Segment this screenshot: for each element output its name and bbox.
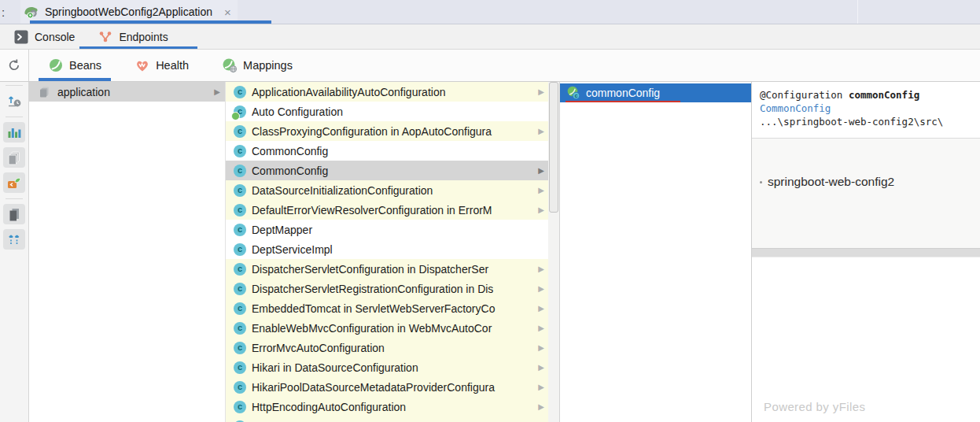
- chevron-right-icon: ▶: [538, 324, 544, 332]
- dependency-graph: Powered by yFiles: [752, 257, 980, 422]
- update-running-application-button[interactable]: [3, 91, 25, 111]
- bean-list-item[interactable]: c DispatcherServletConfiguration in Disp…: [226, 259, 548, 279]
- graph-edge-dot: [760, 181, 762, 183]
- bean-label: ApplicationAvailabilityAutoConfiguration: [252, 86, 456, 98]
- bar-chart-button[interactable]: [3, 122, 25, 143]
- chevron-right-icon: ▶: [214, 87, 220, 96]
- selected-bean-panel: c commonConfig: [560, 82, 751, 422]
- bean-list-item[interactable]: c EmbeddedTomcat in ServletWebServerFact…: [226, 298, 548, 318]
- bean-list: c ApplicationAvailabilityAutoConfigurati…: [226, 82, 548, 422]
- context-tree-panel: application ▶: [29, 82, 226, 422]
- layers-button[interactable]: [3, 147, 25, 168]
- bean-label: DataSourceInitializationConfiguration: [252, 184, 444, 197]
- config-class-icon: c: [234, 263, 246, 276]
- bean-details-panel: @Configuration commonConfig CommonConfig…: [751, 82, 980, 422]
- config-class-icon: c: [234, 283, 246, 295]
- config-class-icon: c: [234, 342, 246, 354]
- bean-list-item[interactable]: c Hikari in DataSourceConfiguration ▶: [226, 357, 548, 377]
- bean-list-item[interactable]: c DispatcherServletRegistrationConfigura…: [226, 279, 548, 298]
- scrollbar-thumb[interactable]: [549, 82, 558, 213]
- bean-label: HttpEncodingAutoConfiguration: [252, 401, 417, 413]
- source-path: ...\springboot-web-config2\src\: [760, 115, 980, 128]
- spring-boot-run-icon: [24, 4, 39, 20]
- svg-text:c: c: [574, 92, 577, 99]
- console-icon: [14, 30, 28, 44]
- bean-list-item[interactable]: c: [226, 416, 548, 422]
- bean-list-item[interactable]: c DataSourceInitializationConfiguration …: [226, 180, 548, 200]
- bean-list-item[interactable]: c HikariPoolDataSourceMetadataProviderCo…: [226, 377, 548, 397]
- tab-health[interactable]: Health: [124, 50, 199, 81]
- expand-arrows-button[interactable]: [3, 229, 25, 250]
- close-icon[interactable]: ×: [224, 6, 231, 19]
- bean-label: DeptMapper: [252, 224, 323, 236]
- bean-label: DefaultErrorViewResolverConfiguration in…: [252, 204, 503, 217]
- bean-label: DispatcherServletConfiguration in Dispat…: [252, 263, 499, 276]
- tree-root-row[interactable]: application ▶: [29, 82, 225, 102]
- graph-node[interactable]: springboot-web-config2: [760, 175, 894, 189]
- bean-list-item[interactable]: c ClassProxyingConfiguration in AopAutoC…: [226, 121, 548, 141]
- bean-graph: springboot-web-config2: [752, 139, 980, 248]
- bean-list-item[interactable]: c DefaultErrorViewResolverConfiguration …: [226, 200, 548, 220]
- bar-chart-icon: [6, 124, 22, 140]
- console-tab[interactable]: Console: [14, 24, 75, 49]
- active-tab-underline: [30, 20, 271, 24]
- bean-list-scrollbar: [548, 82, 560, 422]
- endpoints-tab-label: Endpoints: [119, 31, 168, 43]
- view-tabs: Beans Health Mappings: [38, 50, 303, 81]
- annotation-text: @Configuration: [760, 89, 842, 101]
- error-underline: [566, 101, 680, 102]
- bean-list-item[interactable]: c DeptMapper: [226, 220, 548, 239]
- bean-list-item[interactable]: c DeptServiceImpl: [226, 239, 548, 259]
- class-link[interactable]: CommonConfig: [760, 102, 980, 115]
- leaf-overlay-icon: [231, 112, 240, 120]
- selected-bean-row[interactable]: c commonConfig: [560, 83, 751, 102]
- bean-details: @Configuration commonConfig CommonConfig…: [752, 82, 980, 139]
- config-class-icon: c: [234, 145, 246, 157]
- endpoints-icon: [98, 30, 112, 44]
- bean-list-item[interactable]: c ApplicationAvailabilityAutoConfigurati…: [226, 82, 548, 102]
- document-icon: [6, 206, 22, 222]
- bean-label: HikariPoolDataSourceMetadataProviderConf…: [252, 381, 506, 394]
- bean-name: commonConfig: [849, 89, 919, 101]
- tab-beans[interactable]: Beans: [38, 50, 112, 81]
- selected-bean-label: commonConfig: [586, 87, 660, 99]
- tab-mappings[interactable]: Mappings: [212, 50, 303, 81]
- config-class-icon: c: [234, 302, 246, 315]
- toolbar-separator: [6, 117, 23, 117]
- config-class-icon: c: [234, 381, 246, 394]
- chevron-right-icon: ▶: [538, 205, 544, 214]
- chevron-right-icon: ▶: [538, 265, 544, 273]
- refresh-button[interactable]: [0, 50, 29, 81]
- refresh-icon: [7, 58, 21, 72]
- config-class-icon: c: [234, 401, 246, 413]
- bean-label: CommonConfig: [252, 165, 339, 177]
- console-tab-label: Console: [35, 31, 75, 43]
- spring-config-button[interactable]: [3, 172, 25, 193]
- document-button[interactable]: [3, 204, 25, 224]
- horizontal-splitter[interactable]: [752, 248, 980, 257]
- bean-label: EnableWebMvcConfiguration in WebMvcAutoC…: [252, 322, 503, 335]
- bean-list-item[interactable]: c Auto Configuration: [226, 102, 548, 121]
- bean-label: Auto Configuration: [252, 106, 354, 118]
- tab-bar-divider: [857, 0, 858, 24]
- toolbar-separator: [6, 198, 23, 199]
- bean-list-item[interactable]: c CommonConfig: [226, 141, 548, 161]
- bean-label: ClassProxyingConfiguration in AopAutoCon…: [252, 125, 503, 138]
- bean-list-item[interactable]: c HttpEncodingAutoConfiguration ▶: [226, 397, 548, 416]
- config-class-icon: c: [234, 322, 246, 335]
- mappings-globe-leaf-icon: [222, 57, 238, 73]
- config-class-icon: c: [234, 243, 246, 256]
- endpoints-tab[interactable]: Endpoints: [98, 24, 168, 49]
- bean-list-item[interactable]: c CommonConfig ▶: [226, 161, 548, 180]
- layers-icon: [6, 150, 22, 165]
- bean-label: DispatcherServletRegistrationConfigurati…: [252, 283, 504, 295]
- config-class-icon: c: [234, 86, 246, 98]
- beans-tab-label: Beans: [69, 59, 101, 72]
- bean-declaration-line: @Configuration commonConfig: [760, 88, 980, 102]
- run-tab-bar: : SpringbootWebConfig2Application ×: [0, 0, 980, 24]
- config-class-icon: c: [234, 106, 246, 118]
- expand-arrows-icon: [6, 231, 22, 247]
- bean-list-item[interactable]: c EnableWebMvcConfiguration in WebMvcAut…: [226, 318, 548, 338]
- chevron-right-icon: ▶: [538, 166, 544, 175]
- bean-list-item[interactable]: c ErrorMvcAutoConfiguration ▶: [226, 338, 548, 357]
